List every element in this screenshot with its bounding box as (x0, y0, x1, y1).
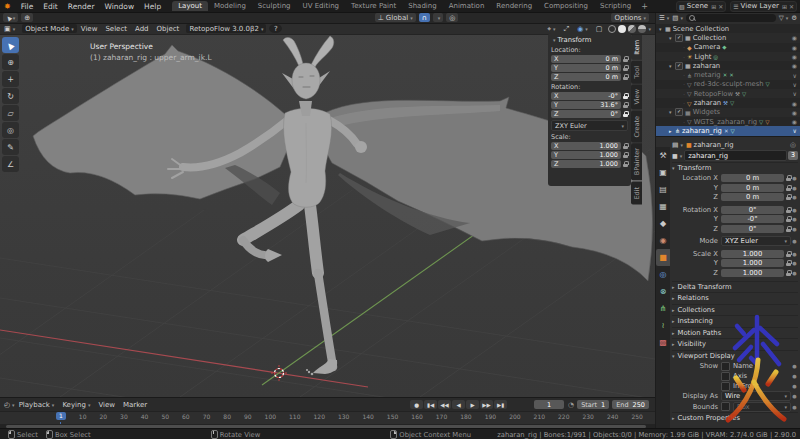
timeline-editor-type-icon[interactable]: ◴▾ (4, 401, 15, 409)
show-name-checkbox[interactable] (721, 362, 730, 371)
menu-playback[interactable]: Playback▾ (15, 401, 59, 409)
menu-object[interactable]: Object (153, 25, 184, 33)
outliner-filter-id-dropdown[interactable]: ▧▾ (672, 14, 683, 22)
animate-dot-icon[interactable]: ● (791, 175, 798, 181)
prop-location-z[interactable]: 0 m (721, 193, 784, 201)
tab-view-layer[interactable]: ▦ (656, 198, 670, 215)
animate-dot-icon[interactable]: ● (791, 383, 798, 389)
eye-closed-icon[interactable]: ∨ (793, 72, 797, 79)
tool-rotate[interactable]: ↻ (2, 88, 19, 104)
section-instancing[interactable]: ▸Instancing (672, 315, 798, 327)
tab-constraints[interactable]: ⊗ (656, 283, 670, 300)
tab-rendering[interactable]: Rendering (490, 1, 538, 11)
add-workspace-button[interactable]: + (637, 2, 652, 11)
collection-checkbox[interactable]: ✓ (675, 108, 683, 116)
scale-x-field[interactable]: X1.000 (551, 142, 621, 150)
tab-texture[interactable]: ▩ (656, 334, 670, 351)
tab-scripting[interactable]: Scripting (594, 1, 637, 11)
active-tool-dropdown[interactable]: ▲▾ (3, 13, 18, 22)
timeline-ruler[interactable]: 1 102030 405060 708090 100110120 1301401… (0, 411, 655, 424)
transform-orientation-dropdown[interactable]: ⊥Global▾ (375, 13, 416, 22)
lock-icon[interactable] (786, 175, 791, 181)
section-relations[interactable]: ▸Relations (672, 292, 798, 304)
menu-view[interactable]: View (94, 401, 119, 409)
breadcrumb-object[interactable]: zaharan_rig (694, 141, 734, 149)
lock-icon[interactable] (786, 194, 791, 200)
view-layer-selector[interactable]: ☰ View Layer ⊞ ✕ (730, 1, 797, 12)
lock-icon[interactable] (786, 207, 791, 213)
lock-icon[interactable] (623, 161, 628, 167)
menu-select[interactable]: Select (101, 25, 131, 33)
play-button[interactable]: ▶ (466, 400, 479, 409)
menu-render[interactable]: Render (63, 2, 100, 11)
in-front-checkbox[interactable] (721, 382, 730, 391)
animate-dot-icon[interactable]: ● (791, 373, 798, 379)
new-view-layer-icon[interactable]: ⊞ (782, 3, 787, 10)
tool-cursor[interactable]: ⊕ (2, 54, 19, 70)
eye-open-icon[interactable]: ◉ (792, 109, 797, 116)
filter-funnel-dropdown[interactable]: ▽▾ (779, 14, 789, 22)
users-count-badge[interactable]: 3 (788, 151, 798, 160)
prop-location-y[interactable]: 0 m (721, 184, 784, 192)
outliner-row-zaharan-rig[interactable]: ▸ ⋔ zaharan_rig ✕ ▽ ∨ (656, 126, 800, 135)
prop-rotation-z[interactable]: 0° (721, 225, 784, 233)
shading-dropdown[interactable]: ▾ (648, 26, 651, 32)
cursor-tool-icon[interactable]: ⊕ (21, 13, 33, 22)
snap-toggle[interactable]: ∩ (419, 13, 430, 22)
rotation-z-field[interactable]: Z0° (551, 110, 621, 118)
eye-open-icon[interactable]: ◉ (792, 118, 797, 125)
tab-sculpting[interactable]: Sculpting (252, 1, 297, 11)
tab-animation[interactable]: Animation (443, 1, 491, 11)
animate-dot-icon[interactable]: ● (791, 185, 798, 191)
editor-type-icon[interactable]: ▣▾ (0, 25, 19, 33)
shading-material-button[interactable] (628, 25, 636, 33)
tab-shading[interactable]: Shading (402, 1, 442, 11)
animate-dot-icon[interactable]: ● (791, 216, 798, 222)
auto-key-toggle[interactable]: ● (410, 400, 423, 409)
lock-icon[interactable] (786, 270, 791, 276)
eye-closed-icon[interactable]: ∨ (793, 81, 797, 88)
animate-dot-icon[interactable]: ● (791, 260, 798, 266)
prop-scale-z[interactable]: 1.000 (721, 269, 784, 277)
transform-panel-header[interactable]: ▾Transform (551, 36, 628, 44)
shading-wireframe-button[interactable] (608, 25, 616, 33)
proportional-edit-toggle[interactable]: ◎ (446, 13, 458, 22)
section-delta-transform[interactable]: ▸Delta Transform (672, 281, 798, 293)
lock-icon[interactable] (623, 93, 628, 99)
pivot-point-dropdown[interactable]: ⌖▾ (543, 25, 559, 33)
remove-view-layer-icon[interactable]: ✕ (789, 3, 794, 10)
show-axis-checkbox[interactable] (721, 372, 730, 381)
tool-annotate[interactable]: ✎ (2, 139, 19, 155)
lock-icon[interactable] (623, 152, 628, 158)
tab-output[interactable]: ▤ (656, 181, 670, 198)
rotation-x-field[interactable]: X-0° (551, 92, 621, 100)
shading-rendered-button[interactable] (638, 25, 646, 33)
outliner-row-zaharan-mesh[interactable]: ·▽ zaharan ⚒ ▽ ◉ (656, 98, 800, 107)
tab-compositing[interactable]: Compositing (538, 1, 594, 11)
tool-scale[interactable]: ▱ (2, 105, 19, 121)
unlink-scene-icon[interactable]: ✕ (718, 3, 723, 10)
prop-rotation-x[interactable]: 0° (721, 206, 784, 214)
tab-object-data[interactable]: ⋔ (656, 300, 670, 317)
tool-transform[interactable]: ◎ (2, 122, 19, 138)
lock-icon[interactable] (623, 65, 628, 71)
jump-to-end-button[interactable]: ▶▮ (494, 400, 507, 409)
object-name-field[interactable]: zaharan_rig (684, 150, 786, 161)
xray-toggle[interactable]: ▢ (592, 25, 607, 33)
location-z-field[interactable]: Z0 m (551, 73, 621, 81)
prop-rotation-y[interactable]: -0° (721, 215, 784, 223)
animate-dot-icon[interactable]: ● (791, 363, 798, 369)
viewport-3d[interactable]: ▣▾ Object Mode▾ View Select Add Object R… (0, 23, 655, 397)
scene-selector[interactable]: ▧ Scene ⊞ ✕ (676, 1, 726, 12)
prev-keyframe-button[interactable]: ◀◀ (438, 400, 451, 409)
animate-dot-icon[interactable]: ● (791, 226, 798, 232)
lock-icon[interactable] (623, 143, 628, 149)
tool-move[interactable]: + (2, 71, 19, 87)
new-scene-icon[interactable]: ⊞ (711, 3, 716, 10)
rotation-y-field[interactable]: Y31.6° (551, 101, 621, 109)
animate-dot-icon[interactable]: ● (791, 404, 798, 410)
animate-dot-icon[interactable]: ● (791, 251, 798, 257)
outliner-options-icon[interactable]: ⚙ (791, 14, 797, 22)
retopoflow-menu[interactable]: RetopoFlow 3.0.0β2▾ (186, 24, 266, 33)
lock-icon[interactable] (786, 260, 791, 266)
